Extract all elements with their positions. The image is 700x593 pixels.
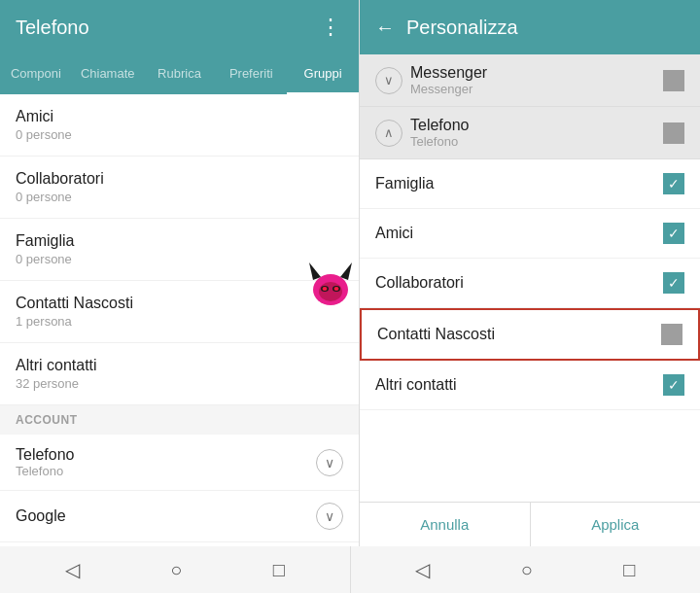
nav-home-icon-right[interactable]: ○ — [521, 559, 533, 581]
section-checkbox[interactable] — [663, 122, 684, 144]
svg-point-3 — [319, 282, 342, 301]
group-count: 32 persone — [16, 376, 343, 391]
expand-icon[interactable]: ∨ — [316, 449, 343, 476]
nav-recent-icon-right[interactable]: □ — [623, 559, 635, 581]
group-name: Collaboratori — [16, 170, 343, 188]
applica-button[interactable]: Applica — [531, 503, 701, 546]
tab-componi[interactable]: Componi — [0, 54, 72, 94]
account-item-telefono[interactable]: Telefono Telefono ∨ — [0, 435, 359, 491]
group-count: 1 persona — [16, 314, 343, 329]
tab-chiamate[interactable]: Chiamate — [72, 54, 144, 94]
group-name: Altri contatti — [16, 357, 343, 374]
item-checkbox[interactable]: ✓ — [663, 173, 684, 194]
item-label: Famiglia — [375, 175, 434, 192]
group-name: Famiglia — [16, 232, 343, 250]
logo-overlay — [301, 253, 360, 315]
nav-left: ◁ ○ □ — [0, 546, 350, 593]
app-title: Telefono — [16, 17, 89, 39]
tab-preferiti[interactable]: Preferiti — [215, 54, 287, 94]
list-item[interactable]: Altri contatti 32 persone — [0, 343, 359, 405]
expand-icon[interactable]: ∨ — [316, 503, 343, 530]
right-header: ← Personalizza — [360, 0, 700, 54]
list-item[interactable]: Amici 0 persone — [0, 94, 359, 157]
item-checkbox[interactable]: ✓ — [663, 223, 684, 244]
list-item[interactable]: Collaboratori ✓ — [360, 259, 700, 308]
right-title: Personalizza — [406, 17, 518, 39]
item-label: Amici — [375, 225, 413, 242]
group-count: 0 persone — [16, 190, 343, 204]
left-header: Telefono ⋮ — [0, 0, 359, 54]
account-name: Google — [16, 507, 66, 525]
section-header-telegram[interactable]: ∨ Messenger Messenger — [360, 54, 700, 107]
section-name: Telefono — [410, 117, 470, 134]
account-section-header: ACCOUNT — [0, 405, 359, 435]
item-checkbox[interactable] — [661, 324, 682, 345]
list-item[interactable]: Amici ✓ — [360, 209, 700, 259]
section-header-telefono[interactable]: ∧ Telefono Telefono — [360, 107, 700, 159]
account-item-google2[interactable]: Google ∨ — [0, 542, 359, 546]
list-item[interactable]: Famiglia ✓ — [360, 159, 700, 209]
list-item[interactable]: Altri contatti ✓ — [360, 361, 700, 410]
item-label: Altri contatti — [375, 376, 457, 394]
bottom-buttons: Annulla Applica — [360, 502, 700, 546]
nav-home-icon[interactable]: ○ — [170, 559, 182, 581]
tab-rubrica[interactable]: Rubrica — [144, 54, 216, 94]
svg-marker-2 — [340, 262, 352, 280]
chevron-down-icon[interactable]: ∨ — [375, 67, 402, 94]
item-label: Collaboratori — [375, 274, 464, 292]
list-item[interactable]: Collaboratori 0 persone — [0, 157, 359, 219]
svg-marker-1 — [309, 262, 321, 280]
nav-back-icon[interactable]: ◁ — [65, 558, 80, 581]
item-label: Contatti Nascosti — [377, 326, 495, 343]
account-sub: Telefono — [16, 464, 75, 478]
item-checkbox[interactable]: ✓ — [663, 272, 684, 294]
tab-bar: Componi Chiamate Rubrica Preferiti Grupp… — [0, 54, 359, 94]
personalizza-list: ∨ Messenger Messenger ∧ Telefono Telefon… — [360, 54, 700, 502]
item-checkbox[interactable]: ✓ — [663, 374, 684, 396]
back-button[interactable]: ← — [375, 17, 395, 39]
more-options-button[interactable]: ⋮ — [320, 15, 343, 40]
group-name: Contatti Nascosti — [16, 295, 343, 312]
tab-gruppi[interactable]: Gruppi — [287, 54, 359, 94]
list-item-contatti-nascosti[interactable]: Contatti Nascosti — [360, 308, 700, 361]
group-name: Amici — [16, 108, 343, 125]
svg-point-6 — [323, 287, 328, 291]
right-panel: ← Personalizza ∨ Messenger Messenger ∧ — [360, 0, 700, 546]
account-name: Telefono — [16, 446, 75, 464]
svg-point-7 — [334, 287, 339, 291]
section-sub: Messenger — [410, 82, 487, 96]
annulla-button[interactable]: Annulla — [360, 503, 531, 546]
section-name: Messenger — [410, 64, 487, 82]
nav-back-icon-right[interactable]: ◁ — [415, 558, 430, 581]
section-sub: Telefono — [410, 134, 470, 149]
group-list: Amici 0 persone Collaboratori 0 persone … — [0, 94, 359, 546]
nav-recent-icon[interactable]: □ — [273, 559, 285, 581]
account-item-google1[interactable]: Google ∨ — [0, 491, 359, 542]
nav-right: ◁ ○ □ — [351, 546, 701, 593]
section-checkbox[interactable] — [663, 70, 684, 91]
group-count: 0 persone — [16, 127, 343, 142]
nav-bar: ◁ ○ □ ◁ ○ □ — [0, 546, 700, 593]
group-count: 0 persone — [16, 252, 343, 266]
chevron-up-icon[interactable]: ∧ — [375, 120, 402, 147]
